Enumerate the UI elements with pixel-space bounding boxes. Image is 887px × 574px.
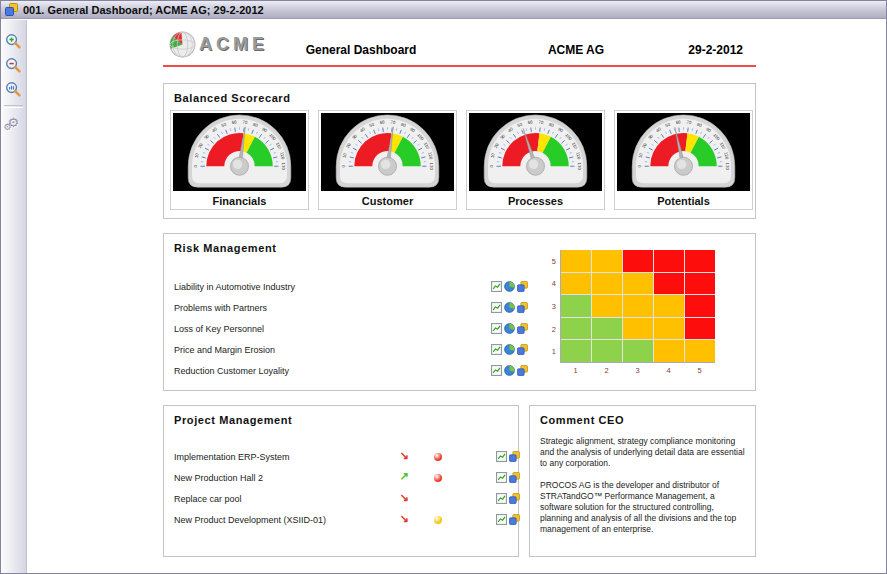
cascade-windows-icon [5,3,18,16]
risk-matrix-chart [560,250,715,363]
risk-matrix-cell [592,295,622,317]
risk-matrix-cell [561,318,591,340]
chart-icon[interactable] [496,514,507,525]
risk-matrix-cell [592,273,622,295]
chart-icon[interactable] [491,365,502,376]
risk-matrix-cell [654,318,684,340]
risk-matrix-cell [561,340,591,362]
window-titlebar[interactable]: 001. General Dashboard; ACME AG; 29-2-20… [1,1,886,19]
globe-logo-icon [169,31,196,58]
window-title: 001. General Dashboard; ACME AG; 29-2-20… [23,4,264,16]
gauge-card-financials[interactable]: 0102030405060708090100110120130 Financia… [170,110,309,210]
risk-matrix-cell [685,273,715,295]
risk-matrix-cell [592,250,622,272]
pie-chart-icon[interactable] [504,281,515,292]
pie-chart-icon[interactable] [504,365,515,376]
section-risk-management: Risk Management Liability in Automotive … [163,233,756,391]
trend-up-icon: ↗ [398,470,410,483]
customer-gauge-chart: 0102030405060708090100110120130 [321,113,454,191]
chart-icon[interactable] [496,451,507,462]
report-date: 29-2-2012 [659,43,743,57]
comment-paragraph: Strategic alignment, strategy compliance… [540,436,746,469]
status-red-indicator [434,474,442,482]
zoom-100-button[interactable] [3,78,25,100]
section-title: Balanced Scorecard [174,92,291,104]
pie-chart-icon[interactable] [504,302,515,313]
cascade-windows-icon[interactable] [517,302,528,313]
project-item-label: Implementation ERP-System [174,452,290,462]
risk-item-label: Liability in Automotive Industry [174,282,295,292]
chart-icon[interactable] [496,472,507,483]
risk-matrix-cell [685,340,715,362]
project-item-row: Replace car pool ↘ [174,494,242,506]
chart-icon[interactable] [491,281,502,292]
comment-paragraph: PROCOS AG is the developer and distribut… [540,480,746,535]
company-name: ACME AG [521,43,631,57]
cascade-windows-icon[interactable] [509,472,520,483]
cascade-windows-icon[interactable] [509,451,520,462]
app-window: 001. General Dashboard; ACME AG; 29-2-20… [0,0,887,574]
section-project-management: Project Management Implementation ERP-Sy… [163,405,519,557]
gauge-card-processes[interactable]: 0102030405060708090100110120130 Processe… [466,110,605,210]
risk-item-row: Problems with Partners [174,303,267,315]
risk-item-row: Reduction Customer Loyality [174,366,289,378]
cascade-windows-icon[interactable] [517,281,528,292]
risk-matrix-cell [561,295,591,317]
risk-matrix-cell [654,250,684,272]
gauge-card-customer[interactable]: 0102030405060708090100110120130 Customer [318,110,457,210]
chart-icon[interactable] [491,344,502,355]
risk-matrix-cell [623,295,653,317]
chart-icon[interactable] [491,323,502,334]
svg-text:130: 130 [429,163,434,171]
pie-chart-icon[interactable] [504,323,515,334]
settings-button[interactable]: ⚙⚙ [3,113,25,135]
zoom-in-button[interactable] [3,30,25,52]
risk-matrix-cell [592,340,622,362]
header-divider [163,65,756,67]
risk-matrix-cell [561,273,591,295]
risk-matrix-cell [623,273,653,295]
potentials-gauge-chart: 0102030405060708090100110120130 [617,113,750,191]
project-item-label: Replace car pool [174,494,242,504]
risk-matrix-y-axis: 54321 [542,250,556,363]
svg-text:130: 130 [725,163,730,171]
risk-item-label: Reduction Customer Loyality [174,366,289,376]
risk-item-row: Price and Margin Erosion [174,345,275,357]
gauge-caption: Financials [171,195,308,207]
section-balanced-scorecard: Balanced Scorecard 010203040506070809010… [163,83,756,219]
cascade-windows-icon[interactable] [517,365,528,376]
zoom-out-button[interactable] [3,54,25,76]
risk-matrix-cell [561,250,591,272]
gears-icon: ⚙⚙ [5,115,23,133]
toolbar-separator [4,105,23,108]
risk-matrix-cell [623,318,653,340]
pie-chart-icon[interactable] [504,344,515,355]
risk-matrix-cell [654,340,684,362]
risk-item-label: Price and Margin Erosion [174,345,275,355]
risk-item-row: Loss of Key Personnel [174,324,264,336]
project-item-row: New Product Development (XSIID-01) ↘ [174,515,326,527]
financials-gauge-chart: 0102030405060708090100110120130 [173,113,306,191]
trend-down-icon: ↘ [398,512,410,525]
risk-matrix-cell [654,273,684,295]
risk-matrix-cell [685,250,715,272]
gauge-caption: Potentials [615,195,752,207]
cascade-windows-icon[interactable] [517,323,528,334]
chart-icon[interactable] [491,302,502,313]
acme-logo: ACME [169,31,268,58]
risk-item-label: Problems with Partners [174,303,267,313]
zoom-out-icon [5,57,22,74]
cascade-windows-icon[interactable] [509,493,520,504]
section-title: Comment CEO [540,414,624,426]
section-title: Risk Management [174,242,277,254]
section-title: Project Management [174,414,292,426]
chart-icon[interactable] [496,493,507,504]
cascade-windows-icon[interactable] [517,344,528,355]
ceo-comment-text: Strategic alignment, strategy compliance… [540,436,746,546]
trend-down-icon: ↘ [398,449,410,462]
gauge-caption: Customer [319,195,456,207]
risk-matrix-cell [623,340,653,362]
gauge-caption: Processes [467,195,604,207]
cascade-windows-icon[interactable] [509,514,520,525]
gauge-card-potentials[interactable]: 0102030405060708090100110120130 Potentia… [614,110,753,210]
